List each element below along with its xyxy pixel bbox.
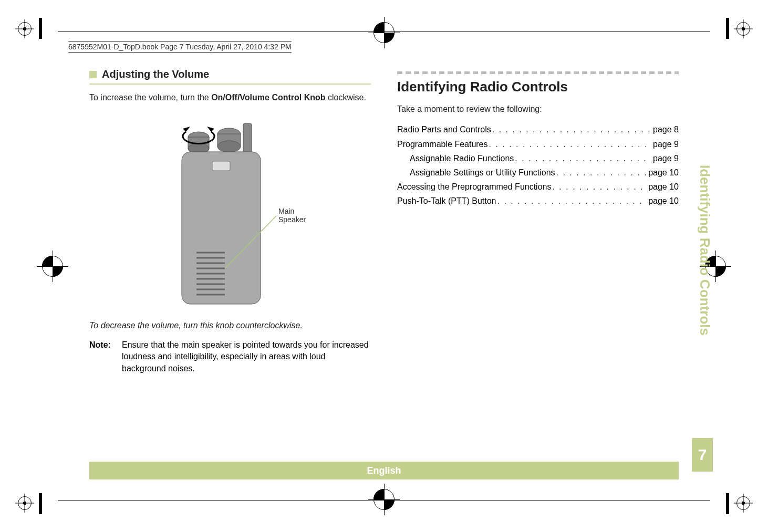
toc-label: Push-To-Talk (PTT) Button — [397, 194, 496, 208]
svg-rect-9 — [182, 152, 261, 304]
toc-row: Assignable Radio Functions page 9 — [397, 151, 679, 165]
svg-rect-8 — [243, 123, 252, 153]
language-label: English — [367, 465, 401, 476]
toc-row: Accessing the Preprogrammed Functions pa… — [397, 180, 679, 194]
intro-bold: On/Off/Volume Control Knob — [211, 93, 325, 102]
figure-label-2: Speaker — [278, 215, 306, 224]
toc-label: Assignable Settings or Utility Functions — [410, 165, 555, 180]
toc-label: Programmable Features — [397, 137, 488, 151]
toc-label: Accessing the Preprogrammed Functions — [397, 180, 551, 194]
note-label: Note: — [89, 339, 117, 374]
toc-dots — [551, 180, 646, 194]
intro-prefix: To increase the volume, turn the — [89, 93, 211, 102]
toc-page: page 9 — [651, 151, 679, 165]
right-intro: Take a moment to review the following: — [397, 103, 679, 115]
radio-figure: Main Speaker — [89, 111, 371, 312]
svg-rect-10 — [212, 161, 230, 171]
figure-label-1: Main — [278, 207, 294, 215]
note-block: Note: Ensure that the main speaker is po… — [89, 339, 371, 374]
toc-row: Push-To-Talk (PTT) Button page 10 — [397, 194, 679, 208]
toc-label: Radio Parts and Controls — [397, 122, 491, 137]
svg-marker-7 — [183, 127, 190, 132]
note-text: Ensure that the main speaker is pointed … — [122, 339, 371, 374]
svg-point-5 — [217, 141, 241, 152]
language-bar: English — [89, 462, 679, 479]
toc-row: Programmable Features page 9 — [397, 137, 679, 151]
table-of-contents: Radio Parts and Controls page 8 Programm… — [397, 122, 679, 208]
decrease-text: To decrease the volume, turn this knob c… — [89, 320, 371, 331]
toc-dots — [514, 151, 651, 165]
svg-marker-6 — [207, 127, 214, 132]
toc-row: Radio Parts and Controls page 8 — [397, 122, 679, 137]
intro-suffix: clockwise. — [326, 93, 366, 102]
print-header: 6875952M01-D_TopD.book Page 7 Tuesday, A… — [68, 41, 292, 53]
toc-row: Assignable Settings or Utility Functions… — [397, 165, 679, 180]
page-content: Adjusting the Volume To increase the vol… — [89, 68, 679, 479]
section-underline — [89, 84, 371, 85]
section-bullet-icon — [89, 71, 97, 78]
toc-page: page 10 — [646, 180, 679, 194]
section-title-row: Adjusting the Volume — [89, 68, 371, 80]
toc-page: page 8 — [651, 122, 679, 137]
intro-paragraph: To increase the volume, turn the On/Off/… — [89, 92, 371, 103]
side-tab: Identifying Radio Controls 7 — [692, 58, 713, 472]
section-title: Adjusting the Volume — [102, 68, 209, 80]
toc-dots — [496, 194, 647, 208]
right-column: Identifying Radio Controls Take a moment… — [397, 68, 679, 479]
main-heading: Identifying Radio Controls — [397, 79, 679, 95]
side-tab-label: Identifying Radio Controls — [692, 58, 713, 438]
toc-dots — [555, 165, 647, 180]
dashed-rule — [397, 68, 679, 76]
toc-label: Assignable Radio Functions — [410, 151, 514, 165]
left-column: Adjusting the Volume To increase the vol… — [89, 68, 371, 479]
side-tab-page-number: 7 — [692, 438, 713, 472]
toc-dots — [488, 137, 651, 151]
toc-page: page 9 — [651, 137, 679, 151]
toc-page: page 10 — [646, 194, 679, 208]
toc-page: page 10 — [646, 165, 679, 180]
toc-dots — [491, 122, 651, 137]
